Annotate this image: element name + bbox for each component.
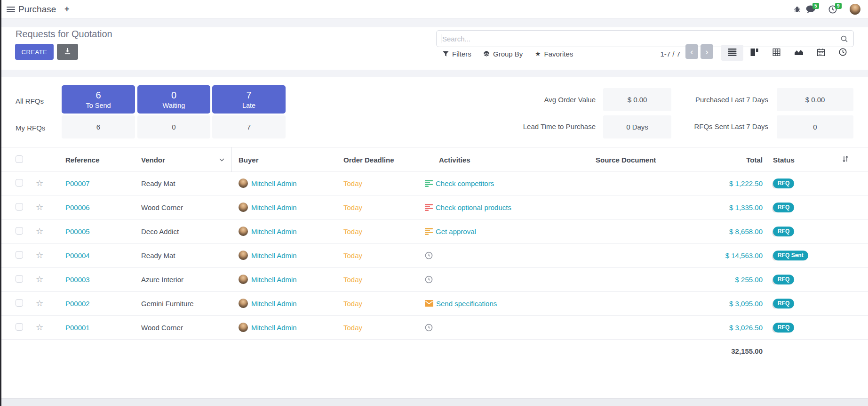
buyer-cell[interactable]: Mitchell Admin bbox=[231, 203, 342, 212]
star-icon[interactable]: ☆ bbox=[36, 227, 43, 235]
reference-cell[interactable]: P00006 bbox=[58, 203, 141, 211]
order-deadline-cell[interactable]: Today bbox=[342, 252, 424, 260]
table-row[interactable]: ☆ P00001 Wood Corner Mitchell Admin Toda… bbox=[0, 316, 868, 340]
total-cell[interactable]: $ 14,563.00 bbox=[697, 252, 766, 260]
vendor-cell[interactable]: Deco Addict bbox=[141, 227, 231, 235]
column-header-total[interactable]: Total bbox=[697, 156, 766, 164]
stat-to-send-button[interactable]: 6 To Send bbox=[62, 85, 135, 114]
total-cell[interactable]: $ 1,335.00 bbox=[697, 203, 766, 211]
optional-columns-toggle[interactable] bbox=[839, 155, 868, 164]
order-deadline-cell[interactable]: Today bbox=[342, 179, 424, 187]
activity-type-icon[interactable] bbox=[425, 324, 433, 332]
status-cell[interactable]: RFQ bbox=[766, 179, 839, 188]
star-icon[interactable]: ☆ bbox=[36, 251, 43, 260]
group-by-button[interactable]: Group By bbox=[483, 49, 523, 58]
view-switch-graph[interactable] bbox=[788, 45, 810, 61]
activity-type-icon[interactable] bbox=[425, 276, 433, 284]
reference-cell[interactable]: P00007 bbox=[58, 179, 141, 187]
total-cell[interactable]: $ 255.00 bbox=[697, 276, 766, 284]
new-tab-plus-icon[interactable]: + bbox=[64, 4, 70, 14]
order-deadline-cell[interactable]: Today bbox=[342, 276, 424, 284]
reference-cell[interactable]: P00001 bbox=[58, 324, 141, 332]
select-all-checkbox[interactable] bbox=[16, 155, 23, 163]
table-row[interactable]: ☆ P00004 Ready Mat Mitchell Admin Today … bbox=[0, 244, 868, 268]
reference-cell[interactable]: P00002 bbox=[58, 300, 141, 308]
star-icon[interactable]: ☆ bbox=[36, 275, 43, 284]
status-cell[interactable]: RFQ Sent bbox=[766, 251, 839, 260]
my-to-send-count[interactable]: 6 bbox=[62, 115, 135, 138]
pager-next-button[interactable]: › bbox=[701, 44, 713, 59]
status-cell[interactable]: RFQ bbox=[766, 227, 839, 236]
star-icon[interactable]: ☆ bbox=[36, 203, 43, 211]
my-late-count[interactable]: 7 bbox=[212, 115, 286, 138]
create-button[interactable]: CREATE bbox=[15, 44, 54, 60]
pager-prev-button[interactable]: ‹ bbox=[685, 44, 698, 59]
vendor-cell[interactable]: Gemini Furniture bbox=[141, 300, 231, 308]
total-cell[interactable]: $ 3,095.00 bbox=[697, 300, 766, 308]
total-cell[interactable]: $ 1,222.50 bbox=[697, 179, 766, 187]
messages-icon[interactable]: 5 bbox=[806, 5, 815, 16]
stat-late-button[interactable]: 7 Late bbox=[212, 85, 286, 114]
table-row[interactable]: ☆ P00003 Azure Interior Mitchell Admin T… bbox=[0, 268, 868, 292]
table-row[interactable]: ☆ P00007 Ready Mat Mitchell Admin Today … bbox=[0, 171, 868, 195]
row-checkbox[interactable] bbox=[16, 323, 23, 331]
stat-waiting-button[interactable]: 0 Waiting bbox=[137, 85, 210, 114]
activity-type-icon[interactable] bbox=[425, 180, 433, 187]
search-input[interactable] bbox=[442, 32, 828, 45]
star-icon[interactable]: ☆ bbox=[36, 323, 43, 332]
vendor-cell[interactable]: Wood Corner bbox=[141, 203, 231, 211]
star-icon[interactable]: ☆ bbox=[36, 299, 43, 308]
column-header-order-deadline[interactable]: Order Deadline bbox=[342, 156, 424, 164]
view-switch-activity[interactable] bbox=[832, 45, 854, 61]
buyer-cell[interactable]: Mitchell Admin bbox=[231, 227, 342, 236]
view-switch-calendar[interactable] bbox=[810, 45, 832, 61]
column-header-status[interactable]: Status bbox=[766, 156, 839, 164]
search-icon[interactable] bbox=[840, 35, 848, 45]
vendor-cell[interactable]: Ready Mat bbox=[141, 179, 231, 187]
debug-bug-icon[interactable] bbox=[794, 6, 801, 15]
buyer-cell[interactable]: Mitchell Admin bbox=[231, 275, 342, 284]
reference-cell[interactable]: P00003 bbox=[58, 276, 141, 284]
table-row[interactable]: ☆ P00006 Wood Corner Mitchell Admin Toda… bbox=[0, 195, 868, 219]
buyer-cell[interactable]: Mitchell Admin bbox=[231, 179, 342, 188]
export-button[interactable] bbox=[57, 44, 78, 60]
table-row[interactable]: ☆ P00005 Deco Addict Mitchell Admin Toda… bbox=[0, 219, 868, 244]
activity-cell[interactable]: Check competitors bbox=[424, 179, 596, 187]
order-deadline-cell[interactable]: Today bbox=[342, 203, 424, 211]
column-header-buyer[interactable]: Buyer bbox=[231, 156, 342, 164]
activity-type-icon[interactable] bbox=[425, 204, 433, 211]
vendor-cell[interactable]: Wood Corner bbox=[141, 324, 231, 332]
buyer-cell[interactable]: Mitchell Admin bbox=[231, 299, 342, 308]
total-cell[interactable]: $ 3,026.50 bbox=[697, 324, 766, 332]
activity-type-icon[interactable] bbox=[425, 300, 433, 307]
buyer-cell[interactable]: Mitchell Admin bbox=[231, 323, 342, 332]
favorites-button[interactable]: ★ Favorites bbox=[535, 49, 573, 58]
activities-menu-icon[interactable]: 9 bbox=[828, 5, 837, 16]
row-checkbox[interactable] bbox=[16, 251, 23, 259]
filters-button[interactable]: Filters bbox=[443, 49, 471, 58]
buyer-cell[interactable]: Mitchell Admin bbox=[231, 251, 342, 260]
activity-cell[interactable] bbox=[424, 276, 596, 284]
row-checkbox[interactable] bbox=[16, 179, 23, 187]
activity-cell[interactable]: Send specifications bbox=[424, 300, 596, 308]
column-header-activities[interactable]: Activities bbox=[424, 156, 596, 164]
reference-cell[interactable]: P00005 bbox=[58, 227, 141, 235]
my-waiting-count[interactable]: 0 bbox=[137, 115, 210, 138]
row-checkbox[interactable] bbox=[16, 227, 23, 235]
activity-cell[interactable] bbox=[424, 324, 596, 332]
order-deadline-cell[interactable]: Today bbox=[342, 300, 424, 308]
user-avatar[interactable] bbox=[850, 4, 860, 15]
vendor-cell[interactable]: Azure Interior bbox=[141, 276, 231, 284]
view-switch-kanban[interactable] bbox=[743, 45, 765, 61]
row-checkbox[interactable] bbox=[16, 299, 23, 307]
order-deadline-cell[interactable]: Today bbox=[342, 324, 424, 332]
column-header-source-document[interactable]: Source Document bbox=[596, 156, 697, 164]
view-switch-list[interactable] bbox=[721, 45, 743, 61]
activity-cell[interactable]: Get approval bbox=[424, 227, 596, 235]
status-cell[interactable]: RFQ bbox=[766, 275, 839, 284]
activity-type-icon[interactable] bbox=[425, 228, 433, 235]
activity-cell[interactable]: Check optional products bbox=[424, 203, 596, 211]
status-cell[interactable]: RFQ bbox=[766, 203, 839, 212]
table-row[interactable]: ☆ P00002 Gemini Furniture Mitchell Admin… bbox=[0, 292, 868, 316]
row-checkbox[interactable] bbox=[16, 203, 23, 211]
